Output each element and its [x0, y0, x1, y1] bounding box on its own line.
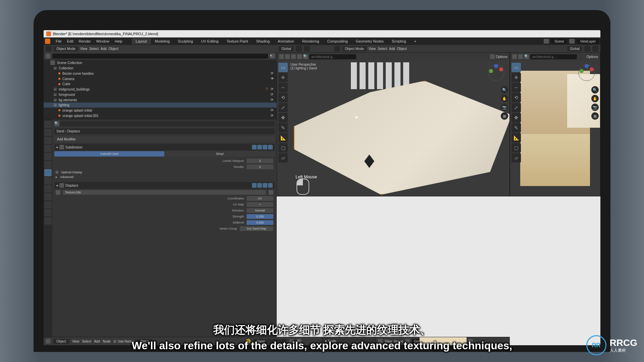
camera-icon[interactable]: 📷: [501, 104, 508, 111]
ptab-viewlayer[interactable]: [44, 137, 52, 144]
tool-shear[interactable]: ▱: [278, 153, 288, 163]
image-editor[interactable]: View Image 2 ✕ 🔍 ✋: [376, 337, 510, 345]
ptab-material[interactable]: [44, 209, 52, 217]
checkbox-icon[interactable]: ☑: [54, 103, 57, 107]
camera-view-icon[interactable]: [490, 54, 495, 59]
outliner-type-icon[interactable]: [46, 54, 50, 58]
proportional-icon-2[interactable]: [592, 46, 598, 52]
outliner-item[interactable]: ☑midground_buildings▽⟳: [44, 86, 277, 92]
simple-button[interactable]: Simpl: [165, 151, 275, 157]
mod-toggle-icon[interactable]: [252, 145, 257, 149]
material-field[interactable]: Sand: [253, 339, 287, 344]
tool-annotate[interactable]: ✎: [512, 123, 521, 132]
properties-body[interactable]: 🔍 Sand › Displace Add Modifier ▾ Subdivi…: [52, 119, 277, 337]
restrict-icon[interactable]: ⟳: [271, 93, 275, 97]
menu-render[interactable]: Render: [76, 39, 94, 43]
checkbox-icon[interactable]: ☑: [54, 98, 57, 102]
menu-edit[interactable]: Edit: [64, 39, 76, 43]
outliner-search-input[interactable]: [52, 54, 268, 59]
checkbox-icon[interactable]: ☑: [54, 66, 57, 70]
nav-gizmo-2[interactable]: [577, 63, 597, 83]
ptab-constraints[interactable]: [44, 193, 52, 200]
node-n-panel[interactable]: ▾Node Reset Node Name: Label: ▾Color≡ ▾P…: [322, 337, 376, 345]
viewlayer-field[interactable]: ViewLayer: [577, 39, 599, 44]
restrict-icon[interactable]: ⟳: [271, 108, 275, 112]
tool-rotate[interactable]: ⟲: [278, 93, 288, 102]
outliner-item[interactable]: orange splash initial.001⟳: [44, 113, 277, 118]
outliner-item-lighting[interactable]: ☑lighting: [44, 103, 277, 108]
perspective-icon[interactable]: ▦: [591, 112, 599, 120]
ptab-world[interactable]: [44, 153, 52, 160]
ptab-texture[interactable]: [44, 217, 52, 225]
blender-logo[interactable]: [45, 39, 50, 44]
options-dropdown[interactable]: Options: [496, 55, 507, 59]
snap-icon-2[interactable]: [584, 46, 590, 52]
vertex-group-field[interactable]: Dry Sand Disp: [240, 226, 273, 231]
tool-select[interactable]: ▭: [512, 63, 521, 72]
texture-new-icon[interactable]: [269, 190, 273, 195]
ptab-output[interactable]: [44, 129, 52, 136]
pan-icon[interactable]: ✋: [591, 95, 599, 102]
tool-cursor[interactable]: ✛: [278, 73, 288, 82]
scene-sand-plane[interactable]: [294, 81, 510, 195]
tool-scale[interactable]: ⤢: [278, 103, 288, 112]
menu-add-2[interactable]: Add: [389, 47, 395, 51]
texture-field[interactable]: Texture.036: [63, 190, 266, 195]
optimal-checkbox[interactable]: ☑: [56, 171, 58, 174]
tool-addcube[interactable]: ▢: [278, 143, 288, 153]
menu-view[interactable]: View: [72, 340, 79, 343]
ptab-scene[interactable]: [44, 145, 52, 152]
outliner-item[interactable]: Cube: [44, 81, 277, 86]
menu-help[interactable]: Help: [112, 39, 125, 43]
overlays-icon[interactable]: [512, 54, 517, 59]
menu-view[interactable]: View: [385, 340, 392, 343]
chevron-down-icon[interactable]: ▾: [56, 184, 58, 187]
outliner-item[interactable]: Bezier curve handles⟳: [44, 71, 277, 76]
tab-scripting[interactable]: Scripting: [388, 38, 410, 44]
menu-view-2[interactable]: View: [369, 47, 376, 51]
levels-viewport-input[interactable]: 2: [247, 159, 273, 163]
add-modifier-button[interactable]: Add Modifier: [54, 136, 275, 142]
checkbox-icon[interactable]: ☑: [54, 93, 57, 97]
material-icon[interactable]: [246, 339, 251, 344]
prop-breadcrumb[interactable]: Sand › Displace: [54, 128, 275, 134]
zoom-icon[interactable]: 🔍: [591, 86, 599, 94]
tool-scale[interactable]: ⤢: [512, 103, 521, 112]
shading-solid-icon[interactable]: [297, 54, 302, 59]
tab-modeling[interactable]: Modeling: [151, 38, 174, 44]
ptab-data[interactable]: [44, 201, 52, 208]
menu-file[interactable]: File: [53, 39, 64, 43]
modifier-subdivision-header[interactable]: ▾ Subdivision: [54, 144, 275, 150]
strength-input[interactable]: 0.330: [247, 214, 273, 219]
shading-render-icon[interactable]: [518, 54, 523, 59]
tool-move[interactable]: ↔: [278, 83, 288, 92]
tab-animation[interactable]: Animation: [274, 38, 298, 44]
tab-rendering[interactable]: Rendering: [298, 38, 323, 44]
search-icon[interactable]: 🔍: [524, 54, 529, 59]
viewport-left-canvas[interactable]: ✦ Left Mouse: [277, 61, 509, 196]
scene-icon[interactable]: [544, 39, 549, 44]
menu-select[interactable]: Select: [82, 340, 91, 343]
viewport-search-input-2[interactable]: [530, 54, 577, 59]
tool-measure[interactable]: 📐: [512, 133, 521, 142]
viewport-left[interactable]: 🔍 Options ✦ Left Mouse User Perspective …: [277, 52, 510, 196]
outliner-item[interactable]: ☑foreground⟳: [44, 92, 277, 97]
chevron-down-icon[interactable]: ▾: [56, 145, 58, 149]
node-editor[interactable]: Object View Select Add Node ☑Use Nodes S…: [44, 337, 510, 345]
prop-search-input[interactable]: [60, 121, 275, 126]
tool-transform[interactable]: ✥: [512, 113, 521, 122]
restrict-icon[interactable]: ▽: [266, 87, 270, 91]
menu-add[interactable]: Add: [101, 47, 107, 51]
ptab-render[interactable]: [44, 121, 52, 128]
menu-image[interactable]: Image: [394, 340, 404, 343]
uvmap-dropdown[interactable]: •: [247, 202, 273, 207]
restrict-icon[interactable]: ⟳: [271, 114, 275, 118]
outliner-item[interactable]: Camera👁: [44, 76, 277, 81]
pin-icon[interactable]: [289, 339, 294, 344]
mod-toggle-icon[interactable]: [268, 145, 273, 149]
direction-dropdown[interactable]: Normal: [247, 208, 273, 213]
tab-add[interactable]: +: [410, 38, 420, 44]
outliner-item[interactable]: ☑Collection: [44, 66, 277, 71]
menu-object-2[interactable]: Object: [397, 47, 407, 51]
chevron-down-icon[interactable]: ▾: [325, 339, 327, 343]
